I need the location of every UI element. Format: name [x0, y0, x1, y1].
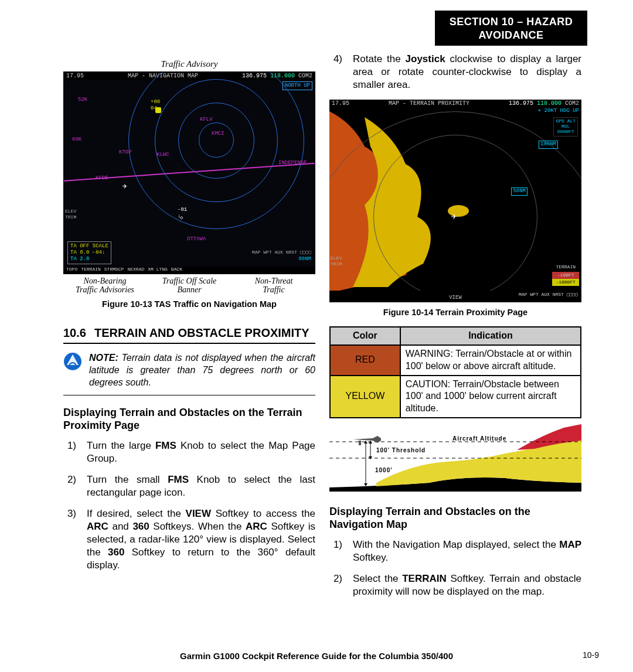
map-range: 80NM: [298, 256, 311, 263]
wpt: OTTAWA: [187, 236, 206, 243]
fig13-caption: Figure 10-13 TAS Traffic on Navigation M…: [63, 299, 315, 310]
fig13-top-label: Traffic Advisory: [63, 59, 315, 70]
note-icon: [63, 352, 82, 371]
terr-freq-left: 17.95: [332, 100, 349, 108]
subheading-1: Displaying Terrain and Obstacles on the …: [63, 406, 315, 432]
softkey: TOPO: [66, 267, 77, 274]
elev-trim-gauge: ELEVTRIM: [65, 209, 76, 221]
color-indication-table: Color Indication RED WARNING: Terrain/Ob…: [329, 326, 581, 418]
callout-nonthreat: Non-ThreatTraffic: [232, 277, 315, 295]
header-line1: SECTION 10 – HAZARD: [450, 16, 573, 28]
softkey: STRMSCP: [104, 267, 124, 274]
nonthreat-datablock: -01↓: [178, 207, 187, 220]
lbl-aircraft-alt: Aircraft Altitude: [452, 435, 506, 442]
legend-red: -100FT: [552, 272, 579, 279]
nav-freq-left: 17.95: [66, 72, 84, 80]
nav-com: COM2: [298, 73, 312, 79]
range-ring: [128, 71, 304, 229]
terr-title: MAP - TERRAIN PROXIMITY: [389, 100, 469, 108]
wpt: INDEPENDE: [278, 160, 307, 167]
ta-line2: TA 8.0 ←04↓: [70, 250, 108, 256]
elev-trim-gauge: ELEVTRIM: [331, 255, 342, 268]
steps-list-1-cont: 4) Rotate the Joystick clockwise to disp…: [329, 53, 581, 91]
step2-1: 1) With the Navigation Map displayed, se…: [329, 538, 581, 564]
terrain-legend: TERRAIN -100FT -1000FT: [552, 264, 579, 286]
legend-yellow: -1000FT: [552, 279, 579, 286]
terr-freq-r1: 136.975: [509, 100, 533, 107]
svg-rect-4: [359, 441, 361, 445]
subheading-2: Displaying Terrain and Obstacles on the …: [329, 505, 581, 531]
ownship-icon: ✈: [451, 211, 457, 223]
ta-datablock: +0004: [151, 99, 160, 112]
ownship-icon: ✈: [122, 181, 127, 192]
wpt: KLWC: [156, 152, 169, 159]
page-group-box: MAP WPT AUX NRST ▢▢▢▢: [519, 292, 578, 301]
softkey-bar: TOPO TERRAIN STRMSCP NEXRAD XM LTNG BACK: [64, 267, 315, 274]
wpt: KFLV: [200, 117, 213, 124]
ta-offscale-box: TA OFF SCALE TA 8.0 ←04↓ TA 2.0: [67, 241, 111, 264]
cell-yellow: YELLOW: [330, 376, 400, 418]
wpt: KMCI: [212, 131, 224, 138]
view-softkey: VIEW: [449, 295, 462, 302]
fig13-callouts: Non-BearingTraffic Advisories Traffic Of…: [63, 277, 315, 295]
note-body: Terrain data is not displayed when the a…: [89, 353, 315, 387]
softkey: BACK: [171, 267, 182, 274]
steps-list-2: 1) With the Navigation Map displayed, se…: [329, 538, 581, 598]
wpt: KTOP: [119, 149, 132, 156]
callout-offscale: Traffic Off ScaleBanner: [148, 277, 231, 295]
section-number: 10.6: [63, 325, 86, 340]
cell-yellow-desc: CAUTION: Terrain/Obstacle between 100' a…: [400, 376, 581, 418]
step-3: 3) If desired, select the VIEW Softkey t…: [63, 507, 315, 572]
altitude-diagram: Aircraft Altitude 100' Threshold 1000': [329, 424, 581, 494]
page-group-box: MAP WPT AUX NRST ▢▢▢▢: [252, 250, 311, 255]
step2-2: 2) Select the TERRAIN Softkey. Terrain a…: [329, 572, 581, 598]
note-label: NOTE:: [89, 353, 118, 363]
lbl-1000: 1000': [375, 466, 393, 474]
softkey: TERRAIN: [81, 267, 101, 274]
steps-list-1: 1) Turn the large FMS Knob to select the…: [63, 439, 315, 572]
callout-nonbearing: Non-BearingTraffic Advisories: [63, 277, 147, 295]
section-heading: 10.6 TERRAIN AND OBSTACLE PROXIMITY: [63, 325, 315, 344]
step-2: 2) Turn the small FMS Knob to select the…: [63, 473, 315, 499]
cell-red: RED: [330, 345, 400, 376]
step-1: 1) Turn the large FMS Knob to select the…: [63, 439, 315, 465]
section-title: TERRAIN AND OBSTACLE PROXIMITY: [94, 325, 309, 340]
ta-line1: TA OFF SCALE: [70, 243, 108, 250]
th-color: Color: [330, 327, 400, 345]
navigation-map-screenshot: 17.95 MAP - NAVIGATION MAP 136.975 118.0…: [63, 71, 315, 274]
wpt: 69K: [72, 137, 81, 144]
rng-inner: 50NM: [511, 187, 528, 196]
rng-outer: 100NM: [539, 141, 558, 149]
ta-line3: TA 2.0: [70, 256, 108, 262]
legend-title: TERRAIN: [552, 264, 579, 270]
page-number: 10-9: [583, 650, 599, 660]
header-line2: AVOIDANCE: [478, 29, 543, 41]
terrain-proximity-screenshot: 17.95 MAP - TERRAIN PROXIMITY 136.975 11…: [329, 100, 581, 302]
terr-com: COM2: [565, 100, 579, 107]
section-header: SECTION 10 – HAZARD AVOIDANCE: [435, 11, 587, 46]
fig14-caption: Figure 10-14 Terrain Proximity Page: [329, 307, 581, 318]
step-4: 4) Rotate the Joystick clockwise to disp…: [329, 53, 581, 91]
lbl-threshold: 100' Threshold: [376, 446, 426, 454]
softkey: NEXRAD: [127, 267, 144, 274]
wpt: KFOE: [96, 175, 108, 182]
wpt: 52K: [78, 97, 87, 104]
th-indication: Indication: [400, 327, 581, 345]
terr-freq-r2: 118.000: [537, 100, 561, 107]
footer-title: Garmin G1000 Cockpit Reference Guide for…: [0, 650, 633, 662]
softkey: XM LTNG: [148, 267, 168, 274]
note-text: NOTE: Terrain data is not displayed when…: [89, 352, 315, 388]
note-block: NOTE: Terrain data is not displayed when…: [63, 352, 315, 395]
cell-red-desc: WARNING: Terrain/Obstacle at or within 1…: [400, 345, 581, 376]
